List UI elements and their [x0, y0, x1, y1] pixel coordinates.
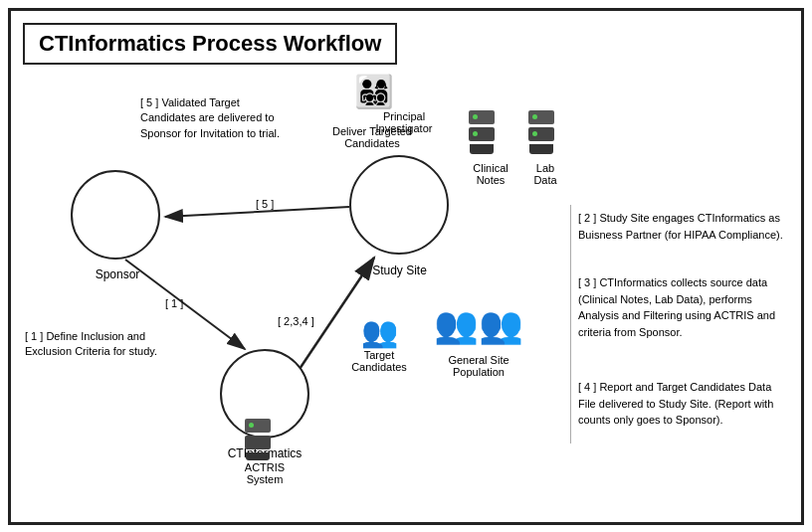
annotation-right1: [ 2 ] Study Site engages CTInformatics a…	[578, 210, 787, 243]
sponsor-label: Sponsor	[73, 267, 162, 281]
page-title: CTInformatics Process Workflow	[39, 31, 381, 57]
annotation-right3: [ 4 ] Report and Target Candidates DataF…	[578, 379, 792, 429]
title-box: CTInformatics Process Workflow	[23, 23, 397, 65]
lab-data-label: LabData	[520, 162, 570, 186]
study-label: Study Site	[347, 264, 452, 277]
clinical-notes-label: ClinicalNotes	[456, 162, 525, 186]
arrow234-label: [ 2,3,4 ]	[278, 315, 314, 327]
target-candidates-icon: 👥	[339, 314, 419, 349]
annotation-right2: [ 3 ] CTInformatics collects source data…	[578, 274, 792, 340]
general-site-icon: 👥👥	[429, 304, 528, 346]
divider	[570, 205, 571, 443]
general-site-label: General SitePopulation	[424, 354, 533, 378]
arrow1-label: [ 1 ]	[165, 297, 183, 309]
actris-system-icon	[245, 419, 271, 460]
annotation-top: [ 5 ] Validated TargetCandidates are del…	[140, 95, 329, 141]
study-circle	[349, 155, 449, 255]
deliver-targeted-label: Deliver TargetedCandidates	[322, 125, 422, 149]
lab-data-icon	[528, 110, 554, 154]
clinical-notes-icon	[469, 110, 495, 154]
annotation-left: [ 1 ] Define Inclusion andExclusion Crit…	[25, 329, 169, 360]
target-candidates-label: TargetCandidates	[329, 349, 429, 373]
principal-investigator-icon: 👨‍👩‍👧‍👦	[334, 76, 414, 107]
actris-label: ACTRISSystem	[230, 461, 300, 485]
sponsor-circle	[71, 170, 160, 260]
arrow5-label: [ 5 ]	[256, 198, 274, 210]
main-container: CTInformatics Process Workflow Sponsor S…	[8, 8, 804, 525]
